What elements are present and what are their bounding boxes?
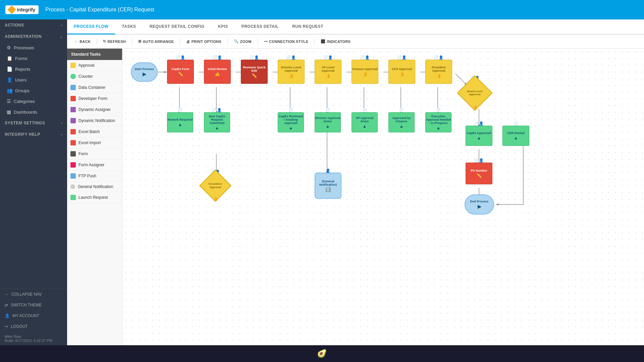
indicators-icon: ⬛ xyxy=(321,39,325,44)
capex-reviewed-icon: ▲ xyxy=(289,125,293,130)
director-approval-given-node[interactable]: 📄 Director Approval Given ▲ xyxy=(315,112,341,132)
tab-process-detail[interactable]: PROCESS DETAIL xyxy=(235,19,285,35)
vp-approval-given-icons: 📄 xyxy=(362,108,367,112)
collapse-nav-btn[interactable]: ↔ COLLAPSE NAV xyxy=(0,289,67,300)
admin-arrow: ⌄ xyxy=(60,35,63,39)
forms-icon: 📋 xyxy=(7,56,12,61)
logo-icon xyxy=(7,5,16,14)
system-settings-header[interactable]: SYSTEM SETTINGS › xyxy=(0,117,67,129)
capex-approved-icon: ▲ xyxy=(477,135,481,140)
task-item-ftp-push[interactable]: FTP Push xyxy=(67,171,122,182)
director-level-node[interactable]: 📄👤 Director Level Approval 👍 xyxy=(278,60,305,84)
task-item-dynamic-assigner[interactable]: Dynamic Assigner xyxy=(67,104,122,115)
sidebar-item-processes[interactable]: ⚙ Processes xyxy=(0,42,67,53)
cer-denied-node[interactable]: 📄 CER Denied ▲ xyxy=(502,126,529,146)
sidebar-item-forms[interactable]: 📋 Forms xyxy=(0,53,67,64)
task-item-counter[interactable]: Counter xyxy=(67,71,122,82)
approved-finance-icons: 📄 xyxy=(399,108,404,112)
actions-header[interactable]: ACTIONS › xyxy=(0,19,67,31)
vp-level-node[interactable]: 📄👤 VP Level Approval 👍 xyxy=(315,60,341,84)
users-icon: 👤 xyxy=(7,77,12,82)
capex-form-edit-icon: ✏️ xyxy=(178,71,183,76)
tab-tasks[interactable]: TASKS xyxy=(115,19,143,35)
zoom-button[interactable]: 🔍 ZOOM xyxy=(230,37,255,46)
rework-icon: ▲ xyxy=(178,122,182,127)
cer-denied-icon: ▲ xyxy=(514,135,518,140)
task-panel-header: Standard Tasks xyxy=(67,49,122,60)
sidebar-item-categories[interactable]: ☰ Categories xyxy=(0,96,67,107)
capex-approved-node[interactable]: 📄👤 CapEx Approved ▲ xyxy=(466,126,492,146)
refresh-icon: ↻ xyxy=(103,39,106,44)
vp-approval-given-node[interactable]: 📄 VP Approval Given ▲ xyxy=(352,112,378,132)
approved-by-finance-node[interactable]: 📄 Approved by Finance ▲ xyxy=(388,112,415,132)
po-number-icons: 📄👤 xyxy=(474,158,484,163)
new-capex-icons: 📄👤 xyxy=(212,108,222,112)
sidebar-item-dashboards[interactable]: ▦ Dashboards xyxy=(0,107,67,117)
new-capex-node[interactable]: 📄👤 New CapEx Request Submitted ▲ xyxy=(204,112,230,132)
general-notification-node[interactable]: 👤 (General Notification) ℹ️ xyxy=(315,173,341,199)
capex-reviewed-node[interactable]: 📄 CapEx Reviewed / Awaiting Approval ▲ xyxy=(278,112,304,132)
task-item-form-assigner[interactable]: Form Assigner xyxy=(67,160,122,171)
task-item-developer-form[interactable]: Developer Form xyxy=(67,93,122,104)
task-item-form[interactable]: Form xyxy=(67,148,122,160)
groups-icon: 👥 xyxy=(7,88,12,93)
task-item-excel-import[interactable]: Excel Import xyxy=(67,137,122,148)
flow-container: Standard Tasks Approval Counter Data Con… xyxy=(67,49,644,345)
auto-arrange-button[interactable]: ⊞ AUTO ARRANGE xyxy=(135,37,177,46)
sidebar-item-users[interactable]: 👤 Users xyxy=(0,74,67,85)
board-level-icon: 👍 xyxy=(472,105,478,110)
president-approval-node[interactable]: 📄👤 President Approval 👍 xyxy=(425,60,452,84)
task-panel: Standard Tasks Approval Counter Data Con… xyxy=(67,49,122,345)
content-area: PROCESS FLOW TASKS REQUEST DETAIL CONFIG… xyxy=(67,19,644,345)
executive-approval-node[interactable]: 📄 Executive Approval Needed - In Progres… xyxy=(425,112,451,132)
my-account-btn[interactable]: 👤 MY ACCOUNT xyxy=(0,310,67,321)
cfo-approval-icons: 📄👤 xyxy=(397,55,407,60)
sidebar: ACTIONS › ADMINISTRATION ⌄ ⚙ Processes 📋… xyxy=(0,19,67,345)
task-item-data-container[interactable]: Data Container xyxy=(67,82,122,93)
page-title: Process - Capital Expenditure (CER) Requ… xyxy=(45,7,154,13)
refresh-button[interactable]: ↻ REFRESH xyxy=(100,37,129,46)
indicators-button[interactable]: ⬛ INDICATORS xyxy=(317,37,354,46)
rework-required-node[interactable]: 📄 Rework Required ▲ xyxy=(167,112,193,132)
task-item-approval[interactable]: Approval xyxy=(67,60,122,71)
end-process-node[interactable]: End Process ▶ xyxy=(465,194,494,215)
top-bar: integrify Process - Capital Expenditure … xyxy=(0,0,644,19)
executive-approval-icons: 📄 xyxy=(436,108,441,112)
po-number-node[interactable]: 📄👤 PO Number ✏️ xyxy=(466,163,492,184)
sidebar-item-reports[interactable]: 📄 Reports xyxy=(0,64,67,74)
reviewer-quick-node[interactable]: 📄👤 Reviewer Quick Edit ✏️ xyxy=(241,60,268,84)
cer-denied-icons: 📄 xyxy=(514,121,518,126)
toolbar-sep-6 xyxy=(314,38,315,45)
tab-request-detail-config[interactable]: REQUEST DETAIL CONFIG xyxy=(143,19,211,35)
po-number-edit-icon: ✏️ xyxy=(476,173,482,178)
task-item-general-notification[interactable]: General Notification xyxy=(67,182,122,192)
task-item-dynamic-notification[interactable]: Dynamic Notification xyxy=(67,115,122,126)
task-item-launch-request[interactable]: Launch Request xyxy=(67,192,122,203)
admin-header[interactable]: ADMINISTRATION ⌄ xyxy=(0,31,67,42)
board-level-node[interactable]: 📄👤 Board Level Approval 👍 xyxy=(462,80,487,106)
cfo-approval-node[interactable]: 📄👤 CFO Approval 👍 xyxy=(388,60,415,84)
print-options-button[interactable]: 🖨 PRINT OPTIONS xyxy=(183,38,225,46)
back-button[interactable]: ← BACK xyxy=(71,38,94,46)
integrify-help-header[interactable]: INTEGRIFY HELP › xyxy=(0,129,67,140)
president-approval-icons: 📄👤 xyxy=(434,55,443,60)
sidebar-item-groups[interactable]: 👥 Groups xyxy=(0,85,67,96)
finance-approval-icon: 👍 xyxy=(362,71,368,76)
executive-approval-icon: ▲ xyxy=(436,125,441,130)
categories-icon: ☰ xyxy=(7,99,11,104)
task-item-excel-batch[interactable]: Excel Batch xyxy=(67,126,122,137)
initial-review-node[interactable]: 📄👤 Initial Review 👍 xyxy=(204,60,231,84)
start-process-node[interactable]: Start Process ▶ xyxy=(131,62,158,82)
finance-approval-node[interactable]: 📄👤 Finance Approval 👍 xyxy=(352,60,378,84)
capex-form-icons: 📄👤 xyxy=(176,55,185,60)
process-canvas[interactable]: Start Process ▶ 📄👤 CapEx Form ✏️ 📄👤 xyxy=(122,49,644,345)
logout-btn[interactable]: ↪ LOGOUT xyxy=(0,321,67,332)
escalation-node[interactable]: 📄👤 Escalation Approval 👍 xyxy=(204,174,227,197)
tab-kpis[interactable]: KPIS xyxy=(211,19,235,35)
tab-process-flow[interactable]: PROCESS FLOW xyxy=(67,19,115,35)
tab-run-request[interactable]: RUN REQUEST xyxy=(285,19,330,35)
connection-style-button[interactable]: 〰 CONNECTION STYLE xyxy=(261,38,312,46)
capex-form-node[interactable]: 📄👤 CapEx Form ✏️ xyxy=(167,60,194,84)
switch-theme-btn[interactable]: ⇄ SWITCH THEME xyxy=(0,300,67,310)
toolbar-sep-5 xyxy=(258,38,258,45)
